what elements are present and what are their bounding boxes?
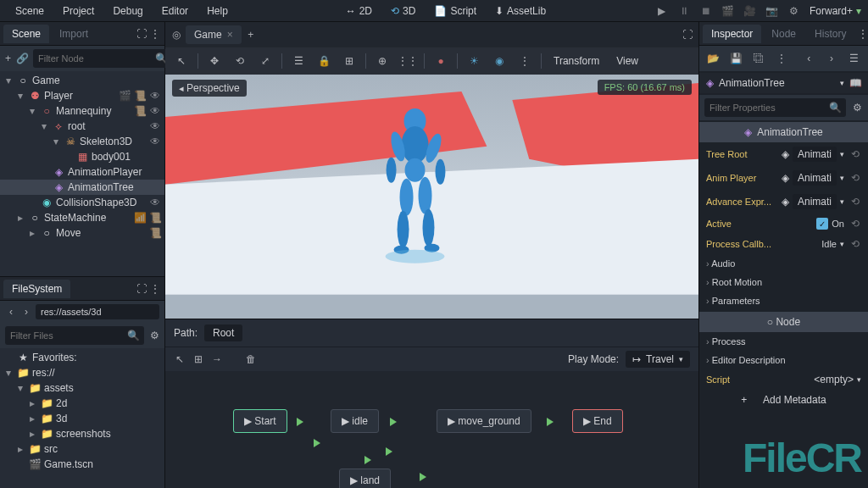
section-animationtree[interactable]: ◈AnimationTree [699,122,868,142]
state-node[interactable]: ▶ idle [331,409,379,433]
save-icon[interactable]: 💾 [727,49,745,68]
list-tool-icon[interactable]: ☰ [287,50,309,72]
scene-filter-input[interactable] [38,53,155,64]
menu-project[interactable]: Project [54,2,103,20]
perspective-label[interactable]: ◂ Perspective [172,80,247,97]
eye-icon[interactable]: 👁 [149,105,161,117]
eye-icon[interactable]: 👁 [149,90,161,102]
eye-icon[interactable]: 👁 [149,197,161,208]
distraction-free-icon[interactable]: ⛶ [682,29,693,41]
play-scene-icon[interactable]: 🎬 [721,4,735,18]
dots-icon[interactable]: ⋮ [858,28,868,40]
history-fwd-icon[interactable]: › [823,49,841,68]
script-icon[interactable]: 📜 [134,105,146,117]
menu-scene[interactable]: Scene [7,2,53,20]
revert-icon[interactable]: ⟲ [849,218,861,230]
add-metadata-button[interactable]: + Add Metadata [699,390,868,410]
tree-node[interactable]: ▸○Move📜 [0,225,164,241]
fs-node[interactable]: ★Favorites: [0,350,164,365]
tab-import[interactable]: Import [51,25,97,43]
path-root[interactable]: Root [204,324,242,341]
tab-history[interactable]: History [806,25,854,43]
workspace-assetlib[interactable]: ⬇ AssetLib [488,2,553,20]
search-icon[interactable]: 🔍 [829,102,841,114]
fs-node[interactable]: ▾📁assets [0,380,164,396]
inspector-category[interactable]: Audio [699,254,868,273]
inspector-filter-input[interactable] [709,103,829,113]
close-icon[interactable]: × [227,29,233,41]
link-icon[interactable]: 🔗 [16,53,28,64]
sun-tool-icon[interactable]: ☀ [463,50,485,72]
search-icon[interactable]: 🔍 [127,330,139,341]
tree-node[interactable]: ◈AnimationTree [0,180,164,195]
object-type[interactable]: AnimationTree [719,77,835,89]
play-mode-dropdown[interactable]: ↦ Travel ▾ [626,351,690,368]
state-machine-graph[interactable]: ▶ Start▶ idle▶ move_ground▶ End▶ landjum… [165,371,698,488]
eye-icon[interactable]: 👁 [149,120,161,132]
more-icon[interactable]: ⋮ [772,49,790,68]
env-tool-icon[interactable]: ◉ [488,50,510,72]
inspector-property[interactable]: Anim Player◈Animati ▾⟲ [699,166,868,190]
open-icon[interactable]: 📂 [704,49,722,68]
menu-help[interactable]: Help [198,2,236,20]
eye-icon[interactable]: 👁 [149,136,161,147]
state-node[interactable]: ▶ End [572,409,623,433]
render-icon[interactable]: ⚙ [787,4,801,18]
back-icon[interactable]: ‹ [5,306,17,318]
doc-icon[interactable]: 📖 [849,77,861,89]
dots-icon[interactable]: ⋮ [149,28,161,40]
camera-icon[interactable]: 📷 [765,4,779,18]
tree-node[interactable]: ▾○Mannequiny📜👁 [0,103,164,119]
fs-settings-icon[interactable]: ⚙ [149,330,159,341]
history-back-icon[interactable]: ‹ [800,49,818,68]
wifi-icon[interactable]: 📶 [134,212,146,224]
state-node[interactable]: ▶ Start [233,409,287,433]
workspace-2d[interactable]: ↔ 2D [339,2,379,20]
scale-tool-icon[interactable]: ⤢ [254,50,276,72]
rotate-tool-icon[interactable]: ⟲ [229,50,251,72]
tab-node[interactable]: Node [763,25,804,43]
stop-icon[interactable]: ⏹ [699,4,713,18]
state-node[interactable]: ▶ move_ground [437,409,531,433]
fs-node[interactable]: 🎬Game.tscn [0,457,164,472]
renderer-dropdown[interactable]: Forward+ ▾ [810,5,861,17]
inspector-property[interactable]: Tree Root◈Animati ▾⟲ [699,142,868,166]
3d-viewport[interactable]: ↖ ✥ ⟲ ⤢ ☰ 🔒 ⊞ ⊕ ⋮⋮ ● ☀ ◉ ⋮ Transform [165,47,698,319]
revert-icon[interactable]: ⟲ [849,172,861,184]
add-node-icon[interactable]: ⊞ [192,353,204,365]
inspector-category[interactable]: Parameters [699,291,868,310]
lock-tool-icon[interactable]: 🔒 [313,50,335,72]
tab-inspector[interactable]: Inspector [703,25,761,43]
snap-tool-icon[interactable]: ⋮⋮ [397,50,419,72]
section-node[interactable]: ○ Node [699,312,868,332]
fs-path[interactable]: res://assets/3d [36,304,159,319]
fs-node[interactable]: ▾📁res:// [0,365,164,380]
revert-icon[interactable]: ⟲ [849,196,861,208]
select-icon[interactable]: ↖ [174,353,186,365]
add-tab-icon[interactable]: + [245,29,257,41]
connect-icon[interactable]: → [211,353,223,365]
state-node[interactable]: ▶ land [339,469,391,488]
scene-picker-icon[interactable]: ◎ [170,29,182,41]
scene-tab-game[interactable]: Game× [186,25,242,44]
tree-node[interactable]: ◉CollisionShape3D👁 [0,195,164,210]
fs-node[interactable]: ▸📁src [0,441,164,457]
add-node-icon[interactable]: + [5,53,11,64]
fs-node[interactable]: ▸📁3d [0,411,164,426]
movie-icon[interactable]: 🎥 [743,4,757,18]
expand-icon[interactable]: ⛶ [136,28,147,40]
inspector-category[interactable]: Root Motion [699,273,868,291]
settings-icon[interactable]: ⚙ [851,102,863,114]
tab-scene[interactable]: Scene [3,25,49,43]
tree-node[interactable]: ▾⟡root👁 [0,119,164,134]
transform-menu[interactable]: Transform [547,55,606,67]
revert-icon[interactable]: ⟲ [849,148,861,160]
delete-icon[interactable]: 🗑 [245,353,257,365]
pause-icon[interactable]: ⏸ [677,4,691,18]
tree-node[interactable]: ▾○Game [0,73,164,88]
tree-node[interactable]: ▦body001 [0,149,164,164]
dots-icon[interactable]: ⋮ [149,283,161,295]
inspector-property[interactable]: Active✓ On⟲ [699,214,868,234]
inspector-property[interactable]: Process Callb...Idle ▾⟲ [699,234,868,254]
inspector-category[interactable]: Process [699,332,868,351]
